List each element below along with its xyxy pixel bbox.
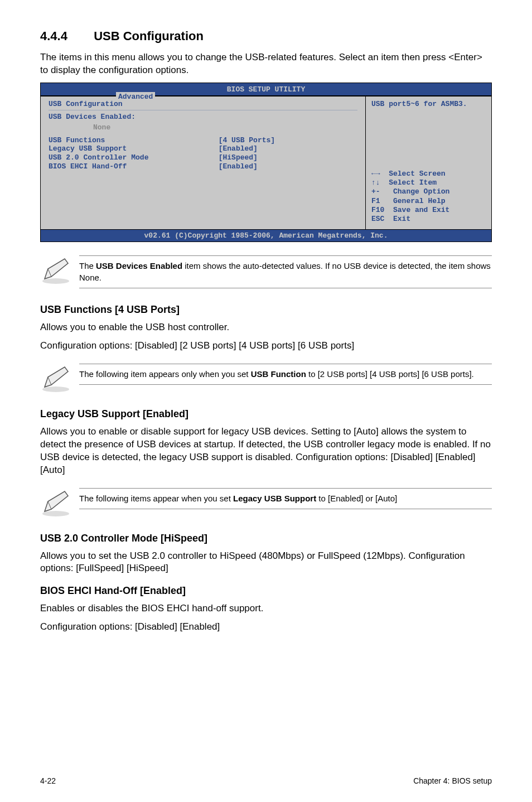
section-heading: 4.4.4 USB Configuration	[40, 29, 492, 44]
svg-point-0	[42, 278, 69, 284]
section-number: 4.4.4	[40, 29, 67, 43]
body-text: Configuration options: [Disabled] [Enabl…	[40, 621, 492, 634]
bios-tab-advanced: Advanced	[116, 92, 155, 102]
intro-text: The items in this menu allows you to cha…	[40, 51, 492, 77]
bios-row-value: [Enabled]	[219, 162, 258, 171]
body-text: Allows you to set the USB 2.0 controller…	[40, 550, 492, 576]
note-block: The USB Devices Enabled item shows the a…	[40, 250, 492, 294]
bios-row: BIOS EHCI Hand-Off [Enabled]	[49, 162, 357, 171]
chapter-label: Chapter 4: BIOS setup	[413, 776, 492, 785]
bios-nav-help: ←→ Select Screen ↑↓ Select Item +- Chang…	[371, 170, 486, 224]
bios-row-value: [4 USB Ports]	[219, 136, 275, 145]
bios-header: USB Configuration	[49, 100, 357, 108]
bios-row-label: USB Functions	[49, 136, 219, 145]
page-number: 4-22	[40, 776, 56, 785]
bios-row-label: Legacy USB Support	[49, 144, 219, 153]
note-text: The following items appear when you set …	[79, 493, 492, 504]
bios-row: USB 2.0 Controller Mode [HiSpeed]	[49, 153, 357, 162]
subsection-heading: USB 2.0 Controller Mode [HiSpeed]	[40, 533, 492, 544]
bios-titlebar: BIOS SETUP UTILITY Advanced	[41, 83, 491, 95]
body-text: Allows you to enable or disable support …	[40, 426, 492, 477]
svg-point-3	[42, 386, 69, 392]
bios-row-value: [HiSpeed]	[219, 153, 258, 162]
bios-title: BIOS SETUP UTILITY	[227, 85, 305, 94]
bios-left-pane: USB Configuration USB Devices Enabled: N…	[41, 96, 366, 230]
svg-point-6	[42, 511, 69, 516]
bios-row-label: BIOS EHCI Hand-Off	[49, 162, 219, 171]
body-text: Configuration options: [Disabled] [2 USB…	[40, 340, 492, 352]
bios-row-label: USB 2.0 Controller Mode	[49, 153, 219, 162]
note-pencil-icon	[40, 255, 71, 284]
section-title-text: USB Configuration	[94, 29, 204, 43]
subsection-heading: USB Functions [4 USB Ports]	[40, 304, 492, 316]
page-footer: 4-22 Chapter 4: BIOS setup	[40, 776, 492, 785]
bios-panel: BIOS SETUP UTILITY Advanced USB Configur…	[40, 83, 492, 243]
bios-footer: v02.61 (C)Copyright 1985-2006, American …	[41, 229, 491, 241]
body-text: Enables or disables the BIOS EHCI hand-o…	[40, 602, 492, 615]
note-pencil-icon	[40, 364, 71, 393]
bios-right-pane: USB port5~6 for ASMB3. ←→ Select Screen …	[366, 96, 491, 230]
bios-subheader: USB Devices Enabled:	[49, 110, 357, 121]
subsection-heading: Legacy USB Support [Enabled]	[40, 408, 492, 420]
note-pencil-icon	[40, 488, 71, 517]
bios-row: Legacy USB Support [Enabled]	[49, 144, 357, 153]
note-text: The USB Devices Enabled item shows the a…	[79, 260, 492, 283]
bios-row-value: [Enabled]	[219, 144, 258, 153]
note-text: The following item appears only when you…	[79, 369, 492, 380]
bios-devices-none: None	[49, 123, 357, 132]
note-block: The following items appear when you set …	[40, 482, 492, 523]
body-text: Allows you to enable the USB host contro…	[40, 321, 492, 334]
bios-hint: USB port5~6 for ASMB3.	[371, 100, 486, 108]
note-block: The following item appears only when you…	[40, 358, 492, 398]
subsection-heading: BIOS EHCI Hand-Off [Enabled]	[40, 585, 492, 597]
bios-row: USB Functions [4 USB Ports]	[49, 136, 357, 145]
